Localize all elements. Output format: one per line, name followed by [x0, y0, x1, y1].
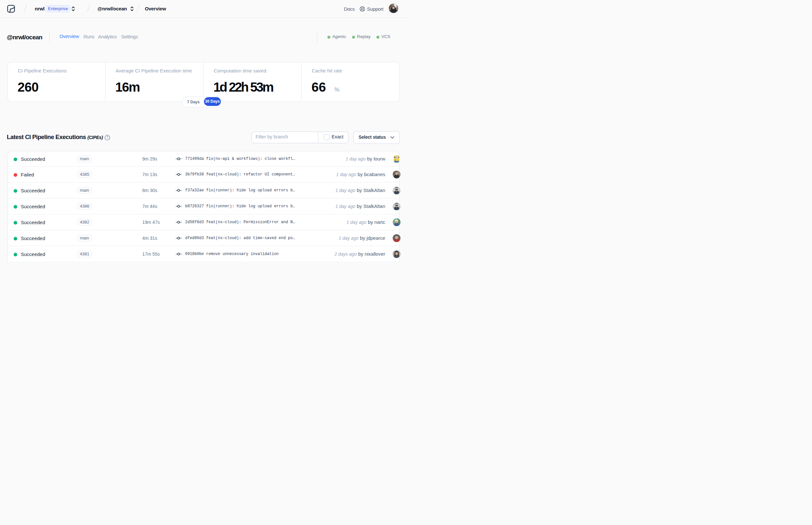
- svg-text:?: ?: [107, 136, 108, 139]
